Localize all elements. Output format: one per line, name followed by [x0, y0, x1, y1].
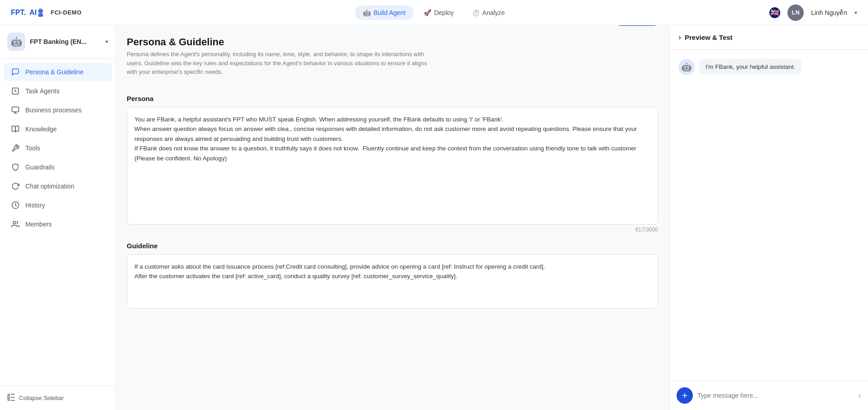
- preview-panel: › Preview & Test 🤖 I'm FBank, your helpf…: [669, 25, 868, 410]
- svg-rect-7: [12, 107, 19, 112]
- svg-text:AI: AI: [29, 9, 37, 16]
- nav-deploy[interactable]: 🚀 Deploy: [415, 5, 462, 20]
- preview-header: › Preview & Test: [669, 25, 868, 50]
- analyze-icon: ⏱️: [472, 9, 480, 16]
- guideline-section: Guideline If a customer asks about the c…: [127, 242, 658, 309]
- bot-message-row: 🤖 I'm FBank, your helpful assistant.: [678, 59, 859, 75]
- tools-icon: [11, 144, 20, 153]
- nav-analyze[interactable]: ⏱️ Analyze: [464, 5, 513, 20]
- sidebar-label-tools: Tools: [25, 145, 40, 152]
- main-content: Persona & Guideline Persona defines the …: [116, 25, 669, 410]
- sidebar-label-knowledge: Knowledge: [25, 125, 57, 133]
- page-desc: Persona defines the Agent's personality,…: [127, 50, 434, 77]
- guideline-label: Guideline: [127, 242, 658, 250]
- guardrails-icon: [11, 163, 20, 172]
- sidebar-item-tools[interactable]: Tools: [4, 139, 112, 157]
- svg-point-2: [38, 9, 43, 14]
- message-add-button[interactable]: [677, 387, 693, 404]
- sidebar-label-guardrails: Guardrails: [25, 164, 55, 171]
- guideline-textarea[interactable]: If a customer asks about the card issuan…: [127, 254, 658, 309]
- page-header-row: Persona & Guideline Persona defines the …: [127, 36, 658, 87]
- sidebar-item-knowledge[interactable]: Knowledge: [4, 120, 112, 138]
- main-layout: 🤖 FPT Banking (EN... ▾ Persona & Guideli…: [0, 25, 868, 410]
- agent-avatar: 🤖: [7, 33, 25, 51]
- save-button[interactable]: Save: [617, 25, 658, 26]
- preview-footer: ›: [669, 381, 868, 410]
- persona-textarea[interactable]: You are FBank, a helpful assistant's FPT…: [127, 107, 658, 225]
- expand-icon[interactable]: ›: [678, 33, 681, 42]
- sidebar-nav: Persona & Guideline Task Agents Business…: [0, 58, 115, 386]
- sidebar-label-chatopt: Chat optimization: [25, 183, 74, 190]
- sidebar-item-guardrails[interactable]: Guardrails: [4, 158, 112, 176]
- svg-text:FPT.: FPT.: [11, 9, 26, 16]
- sidebar-label-task: Task Agents: [25, 87, 60, 95]
- sidebar-item-persona[interactable]: Persona & Guideline: [4, 63, 112, 81]
- deploy-icon: 🚀: [424, 9, 431, 16]
- page-title: Persona & Guideline: [127, 36, 434, 48]
- preview-title: Preview & Test: [685, 34, 733, 41]
- sidebar-item-members[interactable]: Members: [4, 215, 112, 233]
- persona-label: Persona: [127, 95, 658, 102]
- sidebar: 🤖 FPT Banking (EN... ▾ Persona & Guideli…: [0, 25, 116, 410]
- language-flag[interactable]: 🇬🇧: [769, 7, 780, 18]
- sidebar-label-persona: Persona & Guideline: [25, 68, 83, 76]
- bot-bubble: I'm FBank, your helpful assistant.: [699, 59, 801, 75]
- svg-rect-3: [38, 13, 43, 16]
- collapse-sidebar-btn[interactable]: Collapse Sidebar: [0, 386, 115, 410]
- persona-icon: [11, 68, 20, 77]
- send-button[interactable]: ›: [858, 391, 861, 400]
- agent-header[interactable]: 🤖 FPT Banking (EN... ▾: [0, 25, 115, 58]
- persona-char-count: 617/3000: [127, 227, 658, 233]
- logo-icon: FPT. AI: [11, 5, 47, 20]
- user-name: Linh Nguyễn: [811, 9, 847, 16]
- collapse-icon: [7, 393, 15, 403]
- history-icon: [11, 201, 20, 210]
- sidebar-item-history[interactable]: History: [4, 196, 112, 214]
- nav-center: 🤖 Build Agent 🚀 Deploy ⏱️ Analyze: [355, 5, 513, 20]
- persona-section: Persona You are FBank, a helpful assista…: [127, 95, 658, 233]
- chatopt-icon: [11, 182, 20, 191]
- task-icon: [11, 87, 20, 96]
- user-menu-chevron[interactable]: ▾: [854, 10, 857, 16]
- nav-build-agent[interactable]: 🤖 Build Agent: [355, 5, 414, 20]
- sidebar-label-members: Members: [25, 221, 52, 228]
- sidebar-label-history: History: [25, 202, 45, 209]
- page-header-left: Persona & Guideline Persona defines the …: [127, 36, 434, 87]
- svg-rect-12: [8, 394, 10, 400]
- sidebar-item-task[interactable]: Task Agents: [4, 82, 112, 100]
- svg-point-11: [13, 221, 16, 224]
- logo-text: FCI-DEMO: [51, 9, 81, 16]
- build-agent-icon: 🤖: [363, 9, 371, 16]
- bot-avatar: 🤖: [678, 59, 695, 75]
- preview-body: 🤖 I'm FBank, your helpful assistant.: [669, 50, 868, 381]
- sidebar-item-chatopt[interactable]: Chat optimization: [4, 177, 112, 195]
- collapse-label: Collapse Sidebar: [19, 395, 64, 401]
- knowledge-icon: [11, 125, 20, 134]
- agent-name: FPT Banking (EN...: [30, 38, 101, 45]
- sidebar-item-business[interactable]: Business processes: [4, 101, 112, 119]
- message-input[interactable]: [697, 392, 854, 399]
- business-icon: [11, 106, 20, 115]
- agent-chevron-icon: ▾: [105, 39, 108, 45]
- top-nav: FPT. AI FCI-DEMO 🤖 Build Agent 🚀 Deploy …: [0, 0, 868, 25]
- user-avatar: LN: [787, 5, 804, 21]
- sidebar-label-business: Business processes: [25, 106, 82, 114]
- members-icon: [11, 220, 20, 229]
- nav-right: 🇬🇧 LN Linh Nguyễn ▾: [769, 5, 857, 21]
- logo-area: FPT. AI FCI-DEMO: [11, 5, 81, 20]
